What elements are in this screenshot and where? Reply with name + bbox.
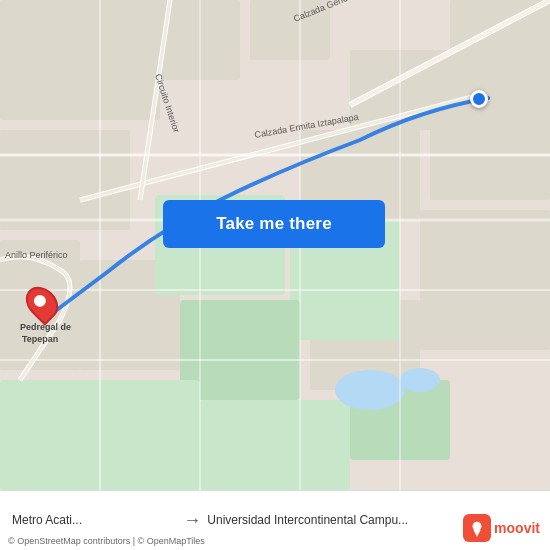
svg-point-41: [473, 522, 482, 531]
origin-label: Metro Acati...: [12, 513, 82, 527]
origin-marker: [28, 285, 56, 321]
svg-rect-3: [140, 0, 240, 80]
svg-rect-1: [0, 0, 160, 120]
svg-rect-2: [0, 130, 130, 230]
route-arrow-icon: →: [183, 510, 201, 531]
take-me-there-button[interactable]: Take me there: [163, 200, 385, 248]
svg-text:Anillo Periférico: Anillo Periférico: [5, 250, 68, 260]
svg-rect-11: [420, 210, 550, 350]
destination-label: Universidad Intercontinental Campu...: [207, 513, 408, 527]
svg-point-19: [335, 370, 405, 410]
moovit-label: moovit: [494, 520, 540, 536]
svg-rect-8: [430, 100, 550, 200]
svg-text:Tepepan: Tepepan: [22, 334, 58, 344]
osm-credit: © OpenStreetMap contributors | © OpenMap…: [8, 536, 205, 546]
route-origin: Metro Acati...: [12, 513, 177, 527]
moovit-icon: [463, 514, 491, 542]
svg-marker-42: [474, 530, 481, 537]
moovit-logo: moovit: [463, 514, 540, 542]
bottom-bar: Metro Acati... → Universidad Intercontin…: [0, 490, 550, 550]
svg-point-20: [400, 368, 440, 392]
destination-marker: [470, 90, 488, 108]
svg-rect-17: [200, 400, 350, 490]
map-container: Calzada General Ignacio Zaragoza Calzada…: [0, 0, 550, 490]
